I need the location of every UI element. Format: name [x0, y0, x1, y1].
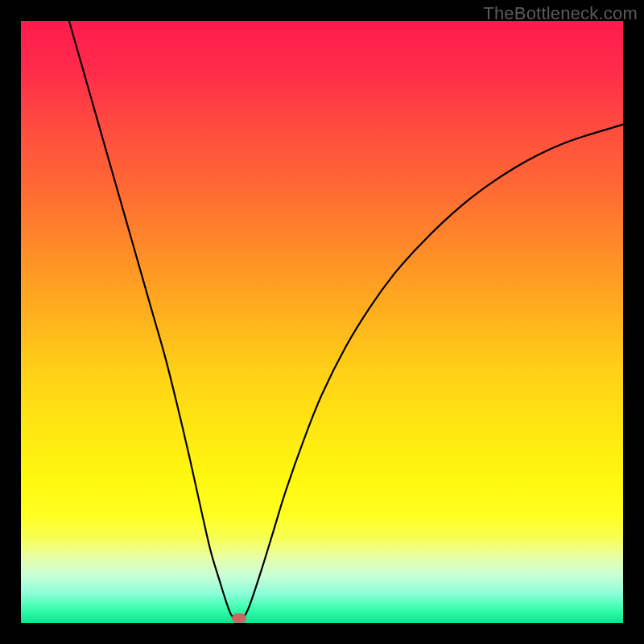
plot-area: [21, 21, 623, 623]
attribution-text: TheBottleneck.com: [483, 3, 638, 24]
minimum-marker: [232, 613, 246, 623]
